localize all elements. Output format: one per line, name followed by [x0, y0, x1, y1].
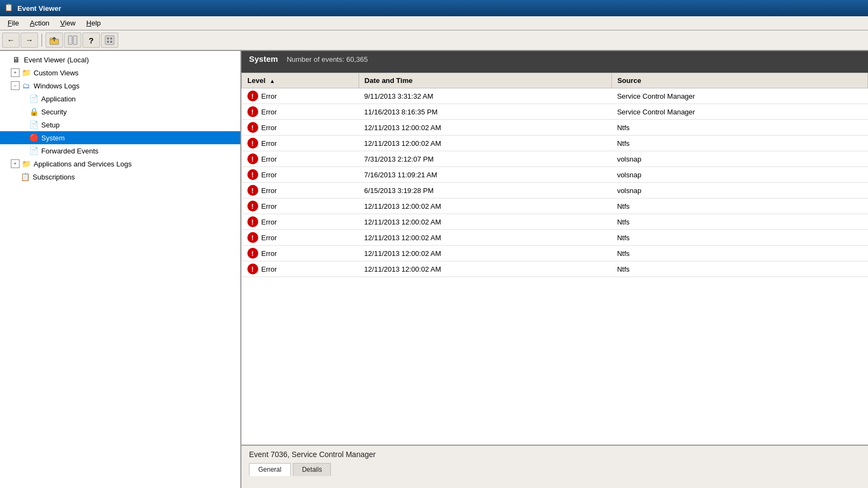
tree-setup[interactable]: 📄 Setup — [0, 118, 240, 131]
level-text: Error — [261, 265, 277, 273]
title-bar: 📋 Event Viewer — [0, 0, 868, 16]
cell-datetime: 12/11/2013 12:00:02 AM — [359, 261, 611, 277]
cell-source: Ntfs — [611, 198, 867, 214]
tree-root-label: Event Viewer (Local) — [24, 56, 89, 64]
col-level[interactable]: Level ▲ — [242, 73, 359, 88]
app-title: Event Viewer — [17, 4, 61, 12]
level-text: Error — [261, 187, 277, 195]
col-source[interactable]: Source — [611, 73, 867, 88]
show-hide-button[interactable] — [64, 33, 81, 48]
level-text: Error — [261, 218, 277, 226]
table-row[interactable]: !Error7/16/2013 11:09:21 AMvolsnap — [242, 167, 868, 183]
tree-toggle-custom-views[interactable]: + — [11, 68, 20, 77]
forward-button[interactable]: → — [21, 33, 38, 48]
folder-up-icon — [49, 35, 59, 45]
tree-application[interactable]: 📄 Application — [0, 92, 240, 105]
table-row[interactable]: !Error12/11/2013 12:00:02 AMNtfs — [242, 230, 868, 246]
tree-app-logs-label: Applications and Services Logs — [34, 160, 132, 168]
tree-forwarded-events[interactable]: 📄 Forwarded Events — [0, 144, 240, 157]
cell-level: !Error — [242, 136, 359, 151]
table-row[interactable]: !Error12/11/2013 12:00:02 AMNtfs — [242, 261, 868, 277]
level-text: Error — [261, 171, 277, 179]
table-row[interactable]: !Error12/11/2013 12:00:02 AMNtfs — [242, 198, 868, 214]
cell-datetime: 12/11/2013 12:00:02 AM — [359, 246, 611, 261]
tab-general[interactable]: General — [249, 463, 291, 476]
table-header: Level ▲ Date and Time Source — [242, 73, 868, 88]
cell-source: Service Control Manager — [611, 104, 867, 120]
log-icon-application: 📄 — [28, 94, 39, 104]
table-row[interactable]: !Error7/31/2013 2:12:07 PMvolsnap — [242, 151, 868, 167]
tree-subscriptions-label: Subscriptions — [33, 173, 75, 181]
cell-datetime: 12/11/2013 12:00:02 AM — [359, 230, 611, 246]
cell-level: !Error — [242, 151, 359, 167]
menu-file[interactable]: File — [2, 17, 24, 29]
panel-title: System — [249, 54, 278, 63]
tree-toggle-app-logs[interactable]: + — [11, 159, 20, 168]
col-datetime[interactable]: Date and Time — [359, 73, 611, 88]
cell-level: !Error — [242, 120, 359, 136]
events-body: !Error9/11/2013 3:31:32 AMService Contro… — [242, 88, 868, 277]
cell-source: volsnap — [611, 151, 867, 167]
table-row[interactable]: !Error6/15/2013 3:19:28 PMvolsnap — [242, 183, 868, 198]
main-layout: 🖥 Event Viewer (Local) + 📁 Custom Views … — [0, 51, 868, 488]
cell-datetime: 12/11/2013 12:00:02 AM — [359, 198, 611, 214]
tab-details[interactable]: Details — [293, 463, 331, 476]
level-text: Error — [261, 202, 277, 210]
cell-level: !Error — [242, 214, 359, 230]
table-row[interactable]: !Error12/11/2013 12:00:02 AMNtfs — [242, 136, 868, 151]
svg-rect-7 — [107, 41, 109, 43]
computer-icon: 🖥 — [11, 55, 22, 65]
error-icon: ! — [247, 169, 258, 180]
tree-toggle-windows-logs[interactable]: − — [11, 81, 20, 90]
table-row[interactable]: !Error12/11/2013 12:00:02 AMNtfs — [242, 246, 868, 261]
error-icon: ! — [247, 248, 258, 259]
error-icon: ! — [247, 216, 258, 227]
tree-subscriptions[interactable]: 📋 Subscriptions — [0, 170, 240, 183]
cell-level: !Error — [242, 246, 359, 261]
tree-app-services-logs[interactable]: + 📁 Applications and Services Logs — [0, 157, 240, 170]
events-table-container[interactable]: Level ▲ Date and Time Source !Error9/11/… — [241, 73, 868, 445]
error-icon: ! — [247, 106, 258, 117]
table-row[interactable]: !Error12/11/2013 12:00:02 AMNtfs — [242, 214, 868, 230]
cell-datetime: 7/31/2013 2:12:07 PM — [359, 151, 611, 167]
right-panel: System Number of events: 60,365 Level ▲ … — [241, 51, 868, 488]
tree-windows-logs[interactable]: − 🗂 Windows Logs — [0, 79, 240, 92]
cell-datetime: 9/11/2013 3:31:32 AM — [359, 88, 611, 104]
menu-help[interactable]: Help — [81, 17, 106, 29]
cell-datetime: 11/16/2013 8:16:35 PM — [359, 104, 611, 120]
table-row[interactable]: !Error11/16/2013 8:16:35 PMService Contr… — [242, 104, 868, 120]
tree-security[interactable]: 🔒 Security — [0, 105, 240, 118]
table-row[interactable]: !Error12/11/2013 12:00:02 AMNtfs — [242, 120, 868, 136]
up-button[interactable] — [46, 33, 63, 48]
back-button[interactable]: ← — [2, 33, 20, 48]
tree-root[interactable]: 🖥 Event Viewer (Local) — [0, 53, 240, 66]
events-table: Level ▲ Date and Time Source !Error9/11/… — [241, 73, 868, 277]
svg-rect-6 — [110, 37, 112, 40]
tree-application-label: Application — [41, 95, 76, 103]
event-info: Event 7036, Service Control Manager — [249, 450, 860, 459]
tree-system[interactable]: 🔴 System — [0, 131, 240, 144]
help-button[interactable]: ? — [82, 33, 100, 48]
tree-custom-views[interactable]: + 📁 Custom Views — [0, 66, 240, 79]
sort-arrow-level: ▲ — [270, 78, 275, 84]
cell-level: !Error — [242, 230, 359, 246]
cell-source: Ntfs — [611, 246, 867, 261]
bottom-panel: Event 7036, Service Control Manager Gene… — [241, 445, 868, 488]
cell-level: !Error — [242, 198, 359, 214]
cell-datetime: 12/11/2013 12:00:02 AM — [359, 120, 611, 136]
panel-header: System Number of events: 60,365 — [241, 51, 868, 73]
cell-source: Service Control Manager — [611, 88, 867, 104]
bottom-tabs: General Details — [249, 463, 860, 476]
error-icon: ! — [247, 138, 258, 149]
tree-panel: 🖥 Event Viewer (Local) + 📁 Custom Views … — [0, 51, 241, 488]
expand-icon — [105, 35, 114, 45]
expand-button[interactable] — [101, 33, 118, 48]
table-row[interactable]: !Error9/11/2013 3:31:32 AMService Contro… — [242, 88, 868, 104]
cell-datetime: 12/11/2013 12:00:02 AM — [359, 136, 611, 151]
menu-view[interactable]: View — [55, 17, 81, 29]
menu-action[interactable]: Action — [24, 17, 55, 29]
cell-source: Ntfs — [611, 120, 867, 136]
subscriptions-icon: 📋 — [20, 172, 30, 182]
cell-level: !Error — [242, 167, 359, 183]
toolbar: ← → ? — [0, 30, 868, 51]
